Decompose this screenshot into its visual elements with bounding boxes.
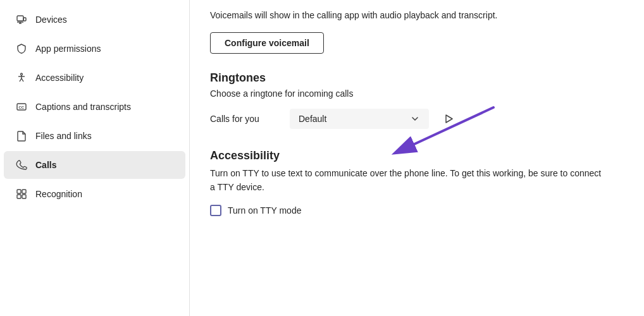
svg-rect-0: [17, 16, 23, 21]
svg-point-5: [21, 73, 23, 75]
accessibility-desc: Turn on TTY to use text to communicate o…: [210, 166, 602, 195]
svg-line-9: [22, 78, 23, 82]
sidebar-item-captions[interactable]: CC Captions and transcripts: [4, 93, 185, 121]
sidebar-item-captions-label: Captions and transcripts: [35, 102, 131, 112]
sidebar-item-accessibility-label: Accessibility: [35, 73, 84, 83]
svg-rect-14: [17, 195, 21, 198]
shield-icon: [15, 42, 28, 55]
ringtone-selected-value: Default: [299, 114, 405, 124]
accessibility-icon: [15, 71, 28, 84]
ringtone-play-button[interactable]: [439, 109, 458, 128]
accessibility-section: Accessibility Turn on TTY to use text to…: [210, 149, 624, 216]
calls-for-you-label: Calls for you: [210, 114, 280, 124]
cc-icon: CC: [15, 100, 28, 113]
grid-icon: [15, 188, 28, 200]
ringtones-title: Ringtones: [210, 71, 624, 85]
play-icon: [442, 112, 455, 126]
svg-marker-16: [446, 115, 452, 123]
sidebar: Devices App permissions Accessibility CC: [0, 0, 190, 316]
svg-text:CC: CC: [19, 106, 25, 109]
voicemail-text: Voicemails will show in the calling app …: [210, 0, 624, 22]
ringtone-dropdown[interactable]: Default: [290, 109, 429, 129]
svg-rect-12: [17, 190, 21, 193]
file-icon: [15, 130, 28, 142]
sidebar-item-calls[interactable]: Calls: [4, 151, 185, 179]
svg-line-8: [20, 78, 22, 82]
svg-rect-13: [22, 190, 26, 193]
svg-rect-1: [23, 18, 26, 21]
sidebar-item-files-links-label: Files and links: [35, 131, 92, 141]
ringtones-section: Ringtones Choose a ringtone for incoming…: [210, 71, 624, 129]
phone-icon: [15, 159, 28, 171]
sidebar-item-app-permissions-label: App permissions: [35, 44, 101, 54]
calls-for-you-row: Calls for you Default: [210, 109, 624, 129]
chevron-down-icon: [410, 114, 420, 124]
sidebar-item-files-links[interactable]: Files and links: [4, 122, 185, 150]
sidebar-item-app-permissions[interactable]: App permissions: [4, 35, 185, 63]
tty-label: Turn on TTY mode: [228, 205, 301, 216]
accessibility-title: Accessibility: [210, 149, 624, 162]
sidebar-item-calls-label: Calls: [35, 160, 56, 170]
tty-row: Turn on TTY mode: [210, 205, 624, 216]
sidebar-item-devices[interactable]: Devices: [4, 6, 185, 33]
sidebar-item-accessibility[interactable]: Accessibility: [4, 64, 185, 92]
main-content: Voicemails will show in the calling app …: [190, 0, 644, 316]
configure-voicemail-button[interactable]: Configure voicemail: [210, 32, 324, 54]
sidebar-item-devices-label: Devices: [35, 15, 67, 25]
svg-rect-15: [22, 195, 26, 198]
tty-checkbox[interactable]: [210, 205, 221, 216]
sidebar-item-recognition[interactable]: Recognition: [4, 180, 185, 208]
device-icon: [15, 13, 28, 26]
sidebar-item-recognition-label: Recognition: [35, 189, 82, 199]
ringtones-subtitle: Choose a ringtone for incoming calls: [210, 88, 624, 99]
